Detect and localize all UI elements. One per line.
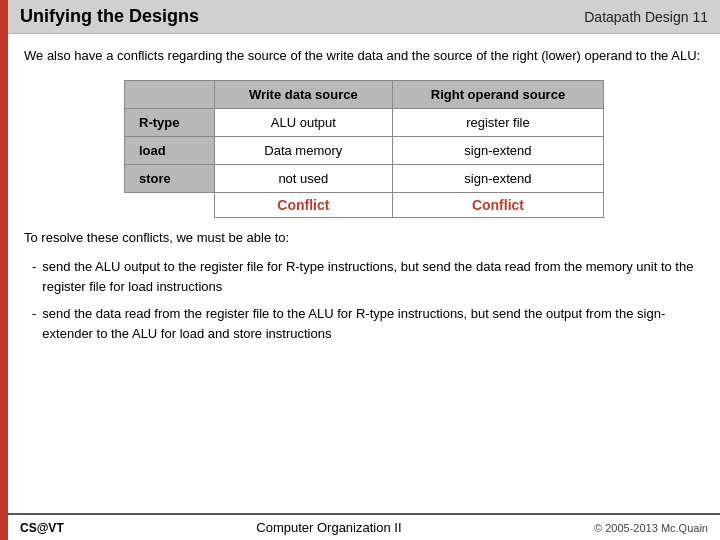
main-content: We also have a conflicts regarding the s… bbox=[8, 34, 720, 513]
bullet-item-1: -send the data read from the register fi… bbox=[32, 304, 704, 343]
footer: CS@VT Computer Organization II © 2005-20… bbox=[8, 513, 720, 540]
conflict-col3: Conflict bbox=[392, 192, 603, 217]
footer-right: © 2005-2013 Mc.Quain bbox=[594, 522, 708, 534]
table-row: loadData memorysign-extend bbox=[125, 136, 604, 164]
table-row: storenot usedsign-extend bbox=[125, 164, 604, 192]
bullet-text-1: send the data read from the register fil… bbox=[42, 304, 704, 343]
row-header-0: R-type bbox=[125, 108, 215, 136]
footer-left: CS@VT bbox=[20, 521, 64, 535]
footer-center: Computer Organization II bbox=[256, 520, 401, 535]
bullet-item-0: -send the ALU output to the register fil… bbox=[32, 257, 704, 296]
table-wrapper: Write data source Right operand source R… bbox=[24, 80, 704, 218]
bullet-dash-0: - bbox=[32, 257, 36, 277]
conflict-row: Conflict Conflict bbox=[125, 192, 604, 217]
app-container: Unifying the Designs Datapath Design 11 … bbox=[0, 0, 720, 540]
bullet-text-0: send the ALU output to the register file… bbox=[42, 257, 704, 296]
bullet-list: -send the ALU output to the register fil… bbox=[24, 257, 704, 343]
conflict-spacer bbox=[125, 192, 215, 217]
row-col2-2: not used bbox=[214, 164, 392, 192]
header: Unifying the Designs Datapath Design 11 bbox=[8, 0, 720, 34]
row-col3-1: sign-extend bbox=[392, 136, 603, 164]
bullet-dash-1: - bbox=[32, 304, 36, 324]
resolve-paragraph: To resolve these conflicts, we must be a… bbox=[24, 228, 704, 248]
row-col3-0: register file bbox=[392, 108, 603, 136]
page-title: Unifying the Designs bbox=[20, 6, 199, 27]
col2-header: Write data source bbox=[214, 80, 392, 108]
row-col3-2: sign-extend bbox=[392, 164, 603, 192]
intro-paragraph: We also have a conflicts regarding the s… bbox=[24, 46, 704, 66]
conflict-col2: Conflict bbox=[214, 192, 392, 217]
table-row: R-typeALU outputregister file bbox=[125, 108, 604, 136]
col1-header bbox=[125, 80, 215, 108]
row-header-2: store bbox=[125, 164, 215, 192]
row-col2-0: ALU output bbox=[214, 108, 392, 136]
col3-header: Right operand source bbox=[392, 80, 603, 108]
row-header-1: load bbox=[125, 136, 215, 164]
conflict-table: Write data source Right operand source R… bbox=[124, 80, 604, 218]
row-col2-1: Data memory bbox=[214, 136, 392, 164]
slide-info: Datapath Design 11 bbox=[584, 9, 708, 25]
